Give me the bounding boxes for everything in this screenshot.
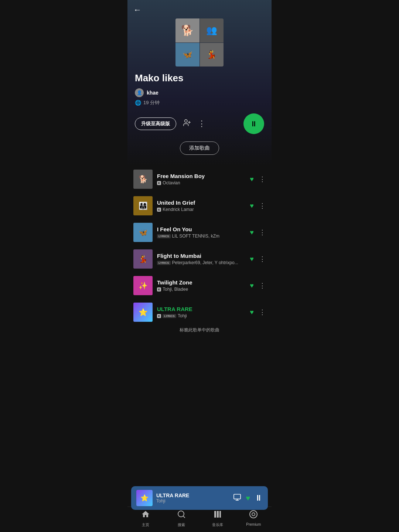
svg-point-0 (185, 120, 187, 122)
song-thumb: 🐕 (133, 170, 153, 189)
song-meta: E Kendrick Lamar (157, 207, 245, 212)
nav-premium-label: Premium (246, 522, 261, 526)
song-more-button[interactable]: ⋮ (259, 282, 266, 290)
now-playing-bar[interactable]: ⭐ ULTRA RARE Tohji ♥ ⏸ (131, 486, 268, 510)
now-playing-pause-button[interactable]: ⏸ (255, 493, 263, 503)
song-item[interactable]: 💃 Flight to Mumbai LYRICS Peterparker69,… (127, 246, 272, 272)
now-playing-title: ULTRA RARE (156, 492, 229, 498)
explicit-badge: E (157, 181, 161, 185)
song-artist: Tohji (178, 313, 187, 318)
song-meta: LYRICS Peterparker69, Jeter, Y ohtrixpo.… (157, 260, 245, 265)
collage-cell-1: 🐕 (175, 18, 200, 42)
song-more-button[interactable]: ⋮ (259, 202, 266, 210)
song-item[interactable]: 🦋 I Feel On You LYRICS LIL SOFT TENNIS, … (127, 219, 272, 246)
pause-icon: ⏸ (250, 120, 258, 128)
explicit-badge: E (157, 208, 161, 212)
song-item[interactable]: 🐕 Free Mansion Boy E Octavian ♥ ⋮ (127, 166, 272, 192)
song-more-button[interactable]: ⋮ (259, 308, 266, 316)
song-title: Free Mansion Boy (157, 173, 245, 179)
like-button[interactable]: ♥ (250, 175, 254, 183)
song-more-button[interactable]: ⋮ (259, 175, 266, 183)
collage-cell-2: 👥 (200, 18, 224, 42)
search-icon (177, 510, 186, 521)
nav-home[interactable]: 主页 (127, 510, 164, 528)
user-row: 👤 khae (135, 88, 264, 97)
song-meta: ELYRICS Tohji (157, 313, 245, 318)
song-artist: Peterparker69, Jeter, Y ohtrixpo... (172, 260, 238, 265)
songs-list: 🐕 Free Mansion Boy E Octavian ♥ ⋮ 👨‍👩‍👧 … (127, 166, 272, 367)
playlist-collage: 🐕 👥 🦋 💃 (175, 18, 224, 66)
song-info: United In Grief E Kendrick Lamar (157, 200, 245, 212)
song-info: Flight to Mumbai LYRICS Peterparker69, J… (157, 253, 245, 265)
username: khae (147, 90, 158, 96)
hint-text: 标脆此歌单中的歌曲 (127, 325, 272, 334)
explicit-badge: E (157, 287, 161, 291)
nav-home-label: 主页 (142, 522, 149, 528)
more-options-button[interactable]: ⋮ (198, 119, 206, 129)
header-section: ← 🐕 👥 🦋 💃 Mako likes 👤 khae 🌐 19 分钟 升级至高… (127, 0, 272, 166)
duration: 19 分钟 (143, 99, 160, 106)
song-info: Free Mansion Boy E Octavian (157, 173, 245, 185)
globe-icon: 🌐 (135, 100, 141, 106)
now-playing-heart-button[interactable]: ♥ (246, 494, 250, 502)
song-title: Twilight Zone (157, 279, 245, 286)
song-meta: E Octavian (157, 180, 245, 185)
avatar: 👤 (135, 88, 144, 97)
now-playing-artist: Tohji (156, 498, 229, 504)
song-item[interactable]: 👨‍👩‍👧 United In Grief E Kendrick Lamar ♥… (127, 192, 272, 219)
nav-search[interactable]: 搜索 (164, 510, 200, 528)
song-meta: E Tohji, Bladee (157, 287, 245, 292)
lyrics-badge: LYRICS (157, 261, 171, 265)
song-thumb: 💃 (133, 249, 153, 269)
song-item[interactable]: ⭐ ULTRA RARE ELYRICS Tohji ♥ ⋮ (127, 299, 272, 325)
like-button[interactable]: ♥ (250, 255, 254, 263)
add-songs-button[interactable]: 添加歌曲 (180, 141, 219, 155)
library-icon (213, 510, 222, 521)
svg-rect-3 (234, 494, 241, 499)
add-user-button[interactable] (183, 119, 191, 129)
nav-premium[interactable]: Premium (236, 510, 272, 528)
like-button[interactable]: ♥ (250, 202, 254, 210)
playlist-title: Mako likes (135, 72, 264, 84)
song-artist: LIL SOFT TENNIS, kZm (172, 233, 219, 239)
song-item[interactable]: ✨ Twilight Zone E Tohji, Bladee ♥ ⋮ (127, 272, 272, 299)
add-songs-row: 添加歌曲 (135, 141, 264, 155)
nav-library[interactable]: 音乐库 (200, 510, 236, 528)
actions-row: 升级至高级版 ⋮ ⏸ (135, 113, 264, 134)
like-button[interactable]: ♥ (250, 282, 254, 290)
lyrics-badge: LYRICS (157, 234, 171, 238)
svg-point-12 (252, 513, 255, 516)
song-info: I Feel On You LYRICS LIL SOFT TENNIS, kZ… (157, 226, 245, 239)
song-more-button[interactable]: ⋮ (259, 255, 266, 263)
song-artist: Kendrick Lamar (163, 207, 194, 212)
upgrade-button[interactable]: 升级至高级版 (135, 117, 176, 130)
like-button[interactable]: ♥ (250, 308, 254, 316)
nav-library-label: 音乐库 (212, 522, 223, 528)
premium-icon (249, 510, 258, 521)
svg-rect-8 (214, 511, 216, 518)
now-playing-info: ULTRA RARE Tohji (156, 492, 229, 504)
lyrics-badge: LYRICS (163, 314, 176, 318)
now-playing-thumb: ⭐ (136, 490, 153, 506)
home-icon (141, 510, 150, 521)
song-thumb: ✨ (133, 276, 153, 295)
device-button[interactable] (233, 493, 241, 503)
song-thumb: 👨‍👩‍👧 (133, 196, 153, 215)
like-button[interactable]: ♥ (250, 229, 254, 236)
play-pause-button[interactable]: ⏸ (243, 113, 264, 134)
svg-rect-9 (217, 511, 219, 518)
song-thumb: ⭐ (133, 303, 153, 322)
explicit-badge: E (157, 314, 161, 318)
back-button[interactable]: ← (133, 5, 141, 15)
meta-row: 🌐 19 分钟 (135, 99, 264, 106)
song-artist: Octavian (163, 180, 180, 185)
nav-search-label: 搜索 (178, 522, 185, 528)
song-more-button[interactable]: ⋮ (259, 228, 266, 236)
svg-point-11 (250, 511, 257, 518)
song-title: I Feel On You (157, 226, 245, 232)
bottom-nav: 主页 搜索 音乐库 Premium (127, 507, 272, 532)
song-title: United In Grief (157, 200, 245, 206)
song-title: Flight to Mumbai (157, 253, 245, 259)
song-info: ULTRA RARE ELYRICS Tohji (157, 306, 245, 318)
svg-line-7 (183, 516, 185, 518)
